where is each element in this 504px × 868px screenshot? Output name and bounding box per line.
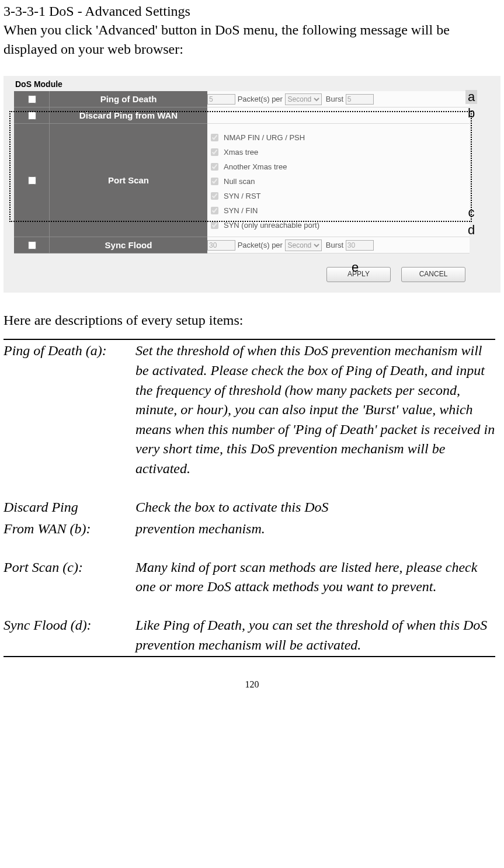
ping-of-death-checkbox[interactable] xyxy=(28,95,36,103)
port-scan-item-checkbox[interactable] xyxy=(211,178,218,185)
desc-term: Ping of Death (a): xyxy=(4,339,135,480)
dos-settings-table: Ping of Death Packet(s) per Second Burst… xyxy=(14,91,470,254)
port-scan-list: NMAP FIN / URG / PSH Xmas tree Another X… xyxy=(207,127,470,234)
annotation-d: d xyxy=(465,223,477,237)
annotation-b: b xyxy=(465,106,477,120)
descriptions-intro: Here are descriptions of every setup ite… xyxy=(4,313,500,328)
sync-flood-checkbox[interactable] xyxy=(28,241,36,249)
desc-term: Port Scan (c): xyxy=(4,557,135,598)
section-heading: 3-3-3-1 DoS - Advanced Settings xyxy=(4,2,500,20)
port-scan-item-label: NMAP FIN / URG / PSH xyxy=(224,133,305,142)
sync-flood-label: Sync Flood xyxy=(50,237,208,254)
burst-label: Burst xyxy=(326,241,343,249)
sync-flood-burst[interactable] xyxy=(346,240,374,251)
port-scan-item-label: SYN / FIN xyxy=(224,206,258,215)
annotation-a: a xyxy=(465,90,477,104)
port-scan-item-label: Xmas tree xyxy=(224,148,258,157)
desc-text: Many kind of port scan methods are liste… xyxy=(135,557,495,598)
port-scan-item-checkbox[interactable] xyxy=(211,163,218,171)
sync-flood-packets[interactable] xyxy=(207,240,235,251)
dos-module-panel: DoS Module a b c d e Ping of Death Packe… xyxy=(4,76,500,293)
annotation-c: c xyxy=(465,206,477,220)
port-scan-item-label: Null scan xyxy=(224,177,255,186)
annotation-e: e xyxy=(349,261,361,275)
intro-text: When you click 'Advanced' button in DoS … xyxy=(4,20,500,58)
port-scan-item-checkbox[interactable] xyxy=(211,207,218,214)
desc-text: Check the box to activate this DoS xyxy=(135,497,495,519)
port-scan-item-checkbox[interactable] xyxy=(211,148,218,156)
port-scan-item-label: SYN (only unreachable port) xyxy=(224,221,319,230)
discard-ping-label: Discard Ping from WAN xyxy=(50,107,208,124)
discard-ping-checkbox[interactable] xyxy=(28,112,36,120)
packets-per-label: Packet(s) per xyxy=(238,241,283,249)
port-scan-item-checkbox[interactable] xyxy=(211,192,218,200)
sync-flood-unit[interactable]: Second xyxy=(285,239,322,251)
port-scan-item-checkbox[interactable] xyxy=(211,221,218,229)
ping-of-death-packets[interactable] xyxy=(207,94,235,105)
port-scan-item-checkbox[interactable] xyxy=(211,134,218,141)
desc-text: prevention mechanism. xyxy=(135,518,495,540)
desc-text: Set the threshold of when this DoS preve… xyxy=(135,339,495,480)
ping-of-death-unit[interactable]: Second xyxy=(285,93,322,105)
page-number: 120 xyxy=(4,679,500,690)
ping-of-death-burst[interactable] xyxy=(346,94,374,105)
cancel-button[interactable]: CANCEL xyxy=(401,267,465,282)
port-scan-item-label: Another Xmas tree xyxy=(224,162,287,171)
desc-term: Sync Flood (d): xyxy=(4,614,135,657)
packets-per-label: Packet(s) per xyxy=(238,95,283,103)
desc-text: Like Ping of Death, you can set the thre… xyxy=(135,614,495,657)
port-scan-item-label: SYN / RST xyxy=(224,192,261,200)
port-scan-checkbox[interactable] xyxy=(28,176,36,185)
ping-of-death-label: Ping of Death xyxy=(50,91,208,107)
desc-term: Discard Ping xyxy=(4,497,135,519)
desc-term: From WAN (b): xyxy=(4,518,135,540)
burst-label: Burst xyxy=(326,95,343,103)
port-scan-label: Port Scan xyxy=(50,124,208,237)
descriptions-table: Ping of Death (a): Set the threshold of … xyxy=(4,339,495,657)
module-title: DoS Module xyxy=(4,78,500,91)
